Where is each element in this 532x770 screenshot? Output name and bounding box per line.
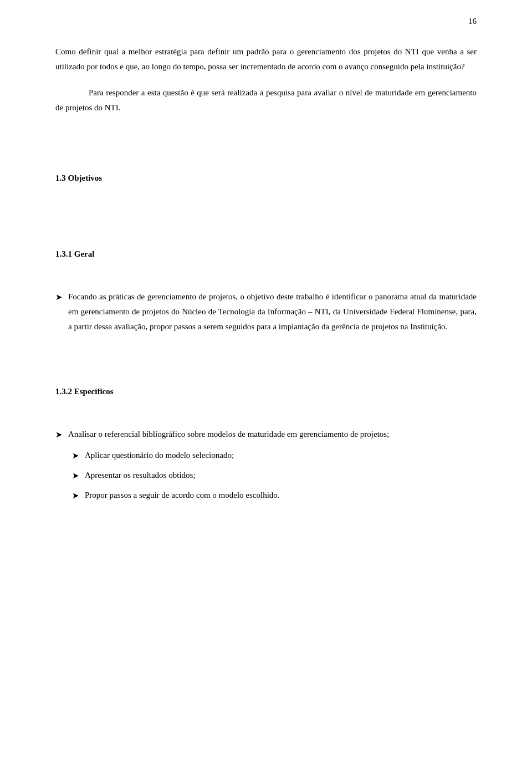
specific-bullet-2-text: Aplicar questionário do modelo seleciona… — [85, 448, 477, 463]
general-objective-item: ➤ Focando as práticas de gerenciamento d… — [55, 289, 477, 334]
specific-bullet-1: ➤ Analisar o referencial bibliográfico s… — [55, 427, 477, 442]
bullet-arrow-3: ➤ — [72, 468, 79, 483]
intro-paragraph: Como definir qual a melhor estratégia pa… — [55, 44, 477, 74]
specific-bullet-1-text: Analisar o referencial bibliográfico sob… — [68, 427, 477, 442]
response-paragraph: Para responder a esta questão é que será… — [55, 85, 477, 115]
main-content: Como definir qual a melhor estratégia pa… — [55, 44, 477, 503]
specific-bullet-2: ➤ Aplicar questionário do modelo selecio… — [72, 448, 477, 463]
specific-bullet-3: ➤ Apresentar os resultados obtidos; — [72, 468, 477, 483]
specific-bullet-3-text: Apresentar os resultados obtidos; — [85, 468, 477, 483]
section-1-3-1-heading: 1.3.1 Geral — [55, 247, 477, 262]
specific-bullet-4: ➤ Propor passos a seguir de acordo com o… — [72, 488, 477, 503]
page-container: 16 Como definir qual a melhor estratégia… — [0, 0, 532, 770]
bullet-arrow-1: ➤ — [55, 427, 63, 442]
specific-bullet-4-text: Propor passos a seguir de acordo com o m… — [85, 488, 477, 503]
general-objective-text: Focando as práticas de gerenciamento de … — [68, 289, 477, 334]
bullet-arrow-2: ➤ — [72, 448, 79, 463]
section-1-3-heading: 1.3 Objetivos — [55, 171, 477, 186]
section-1-3-2-heading: 1.3.2 Específicos — [55, 384, 477, 399]
page-number: 16 — [468, 17, 477, 26]
bullet-arrow-general: ➤ — [55, 290, 63, 305]
bullet-arrow-4: ➤ — [72, 488, 79, 503]
